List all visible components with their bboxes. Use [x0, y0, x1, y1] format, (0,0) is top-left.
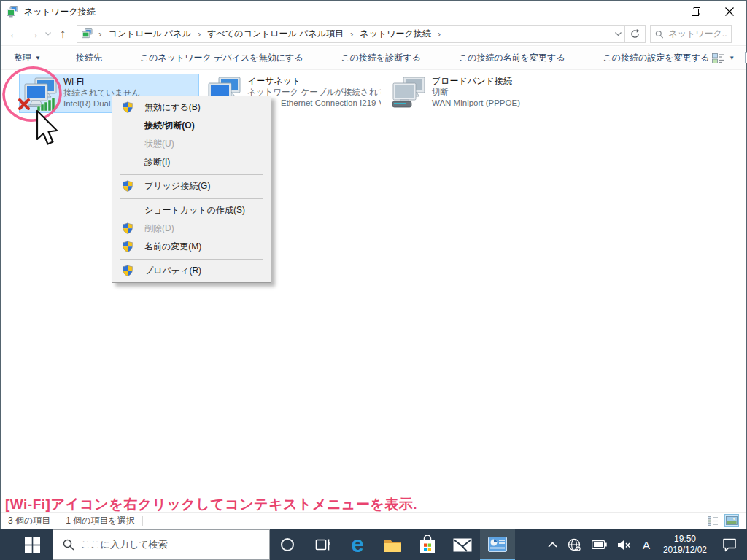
- annotation-caption: [Wi-Fi]アイコンを右クリックしてコンテキストメニューを表示.: [5, 495, 417, 514]
- breadcrumb-network-connections[interactable]: ネットワーク接続: [356, 28, 434, 40]
- back-button[interactable]: ←: [5, 25, 24, 44]
- network-connections-window: ネットワーク接続 ← → ↑: [0, 0, 747, 529]
- windows-logo-icon: [25, 537, 40, 553]
- chevron-down-icon: [45, 32, 51, 36]
- mail-button[interactable]: [445, 529, 480, 560]
- modem: [392, 101, 411, 107]
- uac-shield-icon: [122, 101, 133, 113]
- file-explorer-button[interactable]: [375, 529, 410, 560]
- network-connections-taskbar-button[interactable]: [480, 529, 515, 560]
- control-panel-window-icon: [488, 537, 507, 552]
- store-button[interactable]: [410, 529, 445, 560]
- menu-item-rename[interactable]: 名前の変更(M): [112, 238, 271, 256]
- forward-button[interactable]: →: [24, 25, 43, 44]
- globe-offline-icon: [568, 538, 581, 552]
- uac-shield-icon: [122, 180, 133, 192]
- connection-name: ブロードバンド接続: [432, 75, 520, 87]
- show-hidden-icons-button[interactable]: [543, 529, 562, 560]
- taskbar-search-input[interactable]: ここに入力して検索: [53, 529, 270, 560]
- search-icon: [655, 30, 663, 39]
- uac-shield-icon: [122, 241, 133, 252]
- menu-separator: [120, 198, 263, 199]
- battery-tray[interactable]: [587, 529, 612, 560]
- close-icon: [725, 7, 734, 16]
- clock-date: 2019/12/02: [663, 545, 707, 556]
- cmd-rename[interactable]: この接続の名前を変更する: [456, 52, 568, 64]
- clock[interactable]: 19:50 2019/12/02: [657, 529, 713, 560]
- search-placeholder: ネットワーク...: [668, 28, 727, 40]
- cortana-icon: [280, 537, 295, 552]
- broadband-adapter-icon: [392, 77, 426, 109]
- address-box[interactable]: › コントロール パネル › すべてのコントロール パネル項目 › ネットワーク…: [77, 25, 625, 43]
- location-icon: [82, 28, 93, 39]
- restore-button[interactable]: [679, 1, 713, 23]
- error-x-icon: [18, 98, 31, 111]
- close-button[interactable]: [713, 1, 746, 23]
- menu-item-bridge[interactable]: ブリッジ接続(G): [112, 177, 271, 195]
- item-count: 3 個の項目: [1, 515, 58, 527]
- connection-tile-broadband[interactable]: ブロードバンド接続 切断 WAN Miniport (PPPOE): [388, 74, 568, 113]
- address-dropdown-icon[interactable]: [615, 32, 622, 36]
- menu-item-diagnose[interactable]: 診断(I): [112, 153, 271, 171]
- recent-pages-button[interactable]: [43, 25, 53, 44]
- cmd-change-settings[interactable]: この接続の設定を変更する: [600, 52, 713, 64]
- breadcrumb-separator: ›: [435, 28, 444, 39]
- folder-icon: [383, 537, 402, 553]
- address-bar-row: ← → ↑ › コントロール パネル › すべてのコントロール パネル項目 › …: [1, 23, 746, 46]
- action-center-button[interactable]: [713, 529, 747, 560]
- explorer-search-input[interactable]: ネットワーク...: [650, 25, 732, 43]
- menu-item-connect-disconnect[interactable]: 接続/切断(O): [112, 117, 271, 135]
- mail-icon: [453, 538, 472, 552]
- window-title: ネットワーク接続: [24, 6, 95, 18]
- up-icon: ↑: [60, 27, 66, 42]
- statusbar-divider: [142, 516, 143, 526]
- breadcrumb-all-items[interactable]: すべてのコントロール パネル項目: [204, 28, 347, 40]
- change-view-button[interactable]: ▼: [712, 52, 735, 64]
- search-icon: [63, 539, 74, 551]
- action-center-icon: [722, 538, 737, 552]
- selected-count: 1 個の項目を選択: [58, 515, 142, 527]
- menu-item-properties[interactable]: プロパティ(R): [112, 262, 271, 280]
- minimize-button[interactable]: [646, 1, 679, 23]
- connection-device: WAN Miniport (PPPOE): [432, 98, 520, 109]
- menu-item-create-shortcut[interactable]: ショートカットの作成(S): [112, 201, 271, 219]
- view-tiles-icon: [712, 52, 724, 64]
- signal-bars-icon: [37, 96, 56, 111]
- cmd-diagnose[interactable]: この接続を診断する: [338, 52, 423, 64]
- task-view-button[interactable]: [305, 529, 340, 560]
- menu-item-disable[interactable]: 無効にする(B): [112, 98, 271, 117]
- breadcrumb-separator: ›: [347, 28, 356, 39]
- cmd-disable-device[interactable]: このネットワーク デバイスを無効にする: [137, 52, 306, 64]
- breadcrumb-separator: ›: [195, 28, 204, 39]
- speaker-muted-icon: [617, 540, 631, 551]
- thumbnail-view-icon: [726, 516, 738, 525]
- store-icon: [419, 535, 436, 554]
- command-bar: 整理 ▼ 接続先 このネットワーク デバイスを無効にする この接続を診断する こ…: [1, 47, 746, 70]
- cmd-connect-to[interactable]: 接続先: [73, 52, 105, 64]
- context-menu: 無効にする(B) 接続/切断(O) 状態(U) 診断(I) ブリッジ接続(G) …: [112, 96, 271, 283]
- uac-shield-icon: [122, 222, 133, 234]
- menu-item-status: 状態(U): [112, 135, 271, 153]
- cortana-button[interactable]: [270, 529, 305, 560]
- network-status-tray[interactable]: [562, 529, 587, 560]
- breadcrumb-control-panel[interactable]: コントロール パネル: [104, 28, 195, 40]
- up-button[interactable]: ↑: [53, 25, 72, 44]
- start-button[interactable]: [0, 529, 53, 560]
- menu-separator: [120, 259, 263, 260]
- connection-name: イーサネット: [247, 75, 381, 87]
- ime-mode-indicator[interactable]: A: [636, 529, 657, 560]
- battery-icon: [592, 540, 607, 549]
- details-view-button[interactable]: [705, 514, 720, 527]
- taskbar-search-placeholder: ここに入力して検索: [81, 538, 168, 551]
- thumbnail-view-button[interactable]: [724, 514, 739, 527]
- edge-button[interactable]: e: [340, 529, 375, 560]
- minimize-icon: [659, 8, 667, 16]
- refresh-button[interactable]: [625, 25, 646, 43]
- details-view-icon: [708, 516, 719, 526]
- edge-icon: e: [351, 534, 363, 556]
- uac-shield-icon: [122, 265, 133, 276]
- task-view-icon: [314, 538, 330, 551]
- organize-button[interactable]: 整理 ▼: [11, 52, 44, 64]
- volume-tray[interactable]: [612, 529, 636, 560]
- connection-name: Wi-Fi: [63, 76, 140, 88]
